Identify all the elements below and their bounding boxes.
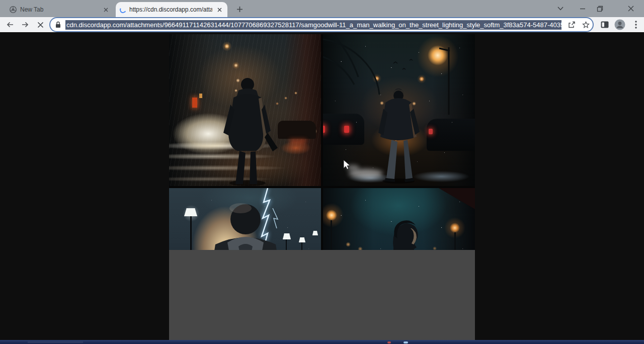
back-button[interactable] [3, 18, 17, 32]
tab-title: New Tab [20, 6, 99, 13]
star-icon [582, 21, 590, 29]
tab-close-icon[interactable] [215, 6, 223, 14]
page-content [0, 32, 644, 340]
toolbar: cdn.discordapp.com/attachments/966491171… [0, 17, 644, 32]
chevron-down-icon [557, 7, 564, 11]
tab-strip: New Tab https://cdn.discordapp.com/atta [0, 0, 644, 17]
browser-window: New Tab https://cdn.discordapp.com/atta [0, 0, 644, 344]
restore-button[interactable] [593, 2, 607, 15]
taskbar-start-area [28, 341, 83, 343]
new-tab-button[interactable] [232, 3, 247, 15]
taskbar-app-icon [387, 341, 391, 343]
cursor-motion-blur [349, 169, 383, 178]
man-silhouette [169, 34, 321, 186]
loading-spinner-icon [119, 6, 127, 14]
minimize-icon [580, 6, 586, 12]
url-text-selected: cdn.discordapp.com/attachments/966491171… [65, 20, 561, 30]
tab-new-tab[interactable]: New Tab [5, 2, 114, 17]
taskbar-app-icon [404, 341, 408, 343]
restore-icon [597, 6, 603, 12]
bookmark-button[interactable] [579, 19, 593, 31]
image-quadrant-1 [169, 34, 321, 186]
avatar-icon [614, 19, 625, 30]
kebab-menu-icon [635, 21, 637, 29]
side-panel-icon [601, 21, 609, 28]
mouse-cursor [341, 159, 351, 170]
tab-discord-attachment[interactable]: https://cdn.discordapp.com/atta [116, 2, 227, 17]
share-icon [568, 21, 576, 28]
forward-arrow-icon [21, 21, 29, 28]
back-arrow-icon [6, 21, 14, 28]
side-panel-button[interactable] [598, 18, 612, 32]
chrome-logo-icon [9, 6, 17, 14]
stop-x-icon [37, 22, 44, 28]
minimize-button[interactable] [576, 2, 590, 15]
forward-button[interactable] [18, 18, 32, 32]
close-window-button[interactable] [624, 2, 638, 15]
tab-close-icon[interactable] [102, 6, 110, 14]
profile-avatar[interactable] [613, 18, 627, 32]
windows-taskbar[interactable] [0, 340, 644, 344]
tab-search-button[interactable] [553, 2, 568, 15]
share-button[interactable] [565, 19, 579, 31]
address-bar[interactable]: cdn.discordapp.com/attachments/966491171… [50, 18, 593, 31]
url-field[interactable]: cdn.discordapp.com/attachments/966491171… [65, 20, 561, 30]
attachment-image[interactable] [169, 34, 475, 340]
lock-icon[interactable] [50, 21, 65, 28]
browser-menu-button[interactable] [629, 18, 643, 32]
image-loading-placeholder [169, 250, 475, 340]
close-icon [628, 6, 634, 12]
plus-icon [236, 6, 243, 13]
tab-title: https://cdn.discordapp.com/atta [129, 6, 212, 13]
stop-loading-button[interactable] [33, 18, 47, 32]
